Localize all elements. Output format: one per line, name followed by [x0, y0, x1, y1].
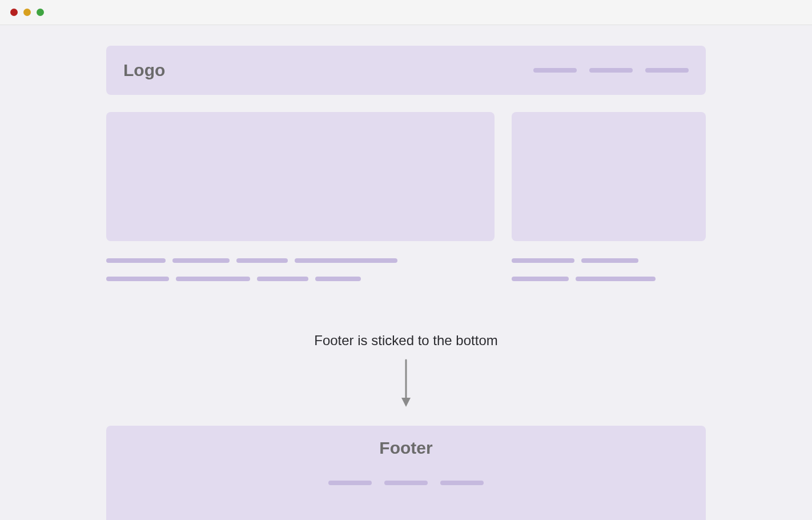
text-line-placeholder: [257, 277, 308, 281]
minimize-icon[interactable]: [23, 9, 31, 16]
text-line-placeholder: [106, 258, 166, 263]
text-line-placeholder: [106, 277, 169, 281]
window-titlebar: [0, 0, 812, 25]
zoom-icon[interactable]: [37, 9, 44, 16]
text-line-placeholder: [172, 258, 230, 263]
annotation-label: Footer is sticked to the bottom: [106, 333, 706, 349]
text-placeholder-left: [106, 258, 495, 281]
image-placeholder-left: [106, 112, 495, 241]
nav-item-placeholder[interactable]: [533, 68, 577, 73]
footer-link-placeholder[interactable]: [440, 481, 484, 485]
header-block: Logo: [106, 46, 706, 95]
content-row: [106, 112, 706, 281]
nav-placeholder: [533, 68, 689, 73]
annotation: Footer is sticked to the bottom: [106, 333, 706, 408]
spacer: [106, 408, 706, 417]
text-line-placeholder: [512, 277, 569, 281]
text-line-placeholder: [315, 277, 361, 281]
text-line-placeholder: [512, 258, 574, 263]
text-placeholder-right: [512, 258, 706, 281]
nav-item-placeholder[interactable]: [589, 68, 633, 73]
footer-link-placeholder[interactable]: [328, 481, 372, 485]
image-placeholder-right: [512, 112, 706, 241]
content-left-column: [106, 112, 495, 281]
close-icon[interactable]: [10, 9, 18, 16]
text-line-placeholder: [176, 277, 250, 281]
nav-item-placeholder[interactable]: [645, 68, 689, 73]
browser-window: Logo Footer is sticked to the bottom Foo…: [0, 0, 812, 520]
footer-link-placeholder[interactable]: [384, 481, 428, 485]
footer-block: Footer: [106, 426, 706, 520]
text-line-placeholder: [295, 258, 397, 263]
logo: Logo: [123, 61, 165, 80]
text-line-placeholder: [576, 277, 656, 281]
svg-marker-1: [401, 398, 411, 407]
content-right-column: [512, 112, 706, 281]
text-line-placeholder: [236, 258, 288, 263]
footer-links-placeholder: [328, 481, 484, 485]
text-line-placeholder: [581, 258, 638, 263]
arrow-down-icon: [399, 359, 413, 408]
footer-title: Footer: [379, 438, 432, 458]
page-layout: Logo Footer is sticked to the bottom Foo…: [106, 25, 706, 520]
